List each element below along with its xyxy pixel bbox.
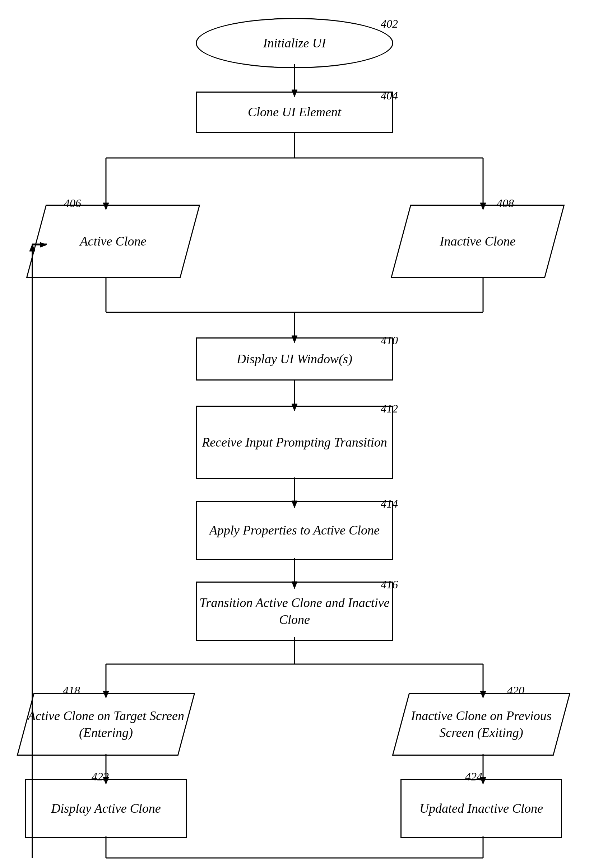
transition-clones-node: Transition Active Clone and Inactive Clo… <box>196 582 393 641</box>
apply-properties-label: Apply Properties to Active Clone <box>209 522 380 539</box>
transition-clones-label: Transition Active Clone and Inactive Clo… <box>197 595 392 628</box>
display-ui-windows-label: Display UI Window(s) <box>237 351 352 368</box>
ref-420: 420 <box>507 684 524 697</box>
updated-inactive-clone-node: Updated Inactive Clone <box>400 779 562 838</box>
receive-input-node: Receive Input Prompting Transition <box>196 406 393 479</box>
active-clone-label: Active Clone <box>80 233 147 250</box>
ref-410: 410 <box>381 334 398 347</box>
active-clone-node: Active Clone <box>36 205 190 278</box>
ref-424: 424 <box>465 770 482 783</box>
initialize-ui-label: Initialize UI <box>263 35 326 52</box>
initialize-ui-node: Initialize UI <box>196 18 393 68</box>
ref-416: 416 <box>381 578 398 591</box>
clone-ui-element-label: Clone UI Element <box>248 104 341 121</box>
ref-404: 404 <box>381 89 398 102</box>
ref-408: 408 <box>497 197 514 210</box>
ref-418: 418 <box>63 684 80 697</box>
ref-412: 412 <box>381 402 398 415</box>
ref-414: 414 <box>381 497 398 511</box>
receive-input-label: Receive Input Prompting Transition <box>202 434 387 451</box>
ref-406: 406 <box>64 197 81 210</box>
active-clone-target-label: Active Clone on Target Screen (Entering) <box>25 707 187 741</box>
display-active-clone-node: Display Active Clone <box>25 779 187 838</box>
clone-ui-element-node: Clone UI Element <box>196 92 393 133</box>
flowchart-diagram: Initialize UI 402 Clone UI Element 404 A… <box>0 0 589 868</box>
ref-402: 402 <box>381 17 398 31</box>
inactive-clone-label: Inactive Clone <box>440 233 516 250</box>
inactive-clone-previous-label: Inactive Clone on Previous Screen (Exiti… <box>400 707 562 741</box>
active-clone-target-node: Active Clone on Target Screen (Entering) <box>25 693 187 756</box>
ref-422: 422 <box>92 770 109 783</box>
display-active-clone-label: Display Active Clone <box>51 800 161 817</box>
updated-inactive-clone-label: Updated Inactive Clone <box>419 800 543 817</box>
inactive-clone-previous-node: Inactive Clone on Previous Screen (Exiti… <box>400 693 562 756</box>
apply-properties-node: Apply Properties to Active Clone <box>196 501 393 560</box>
inactive-clone-node: Inactive Clone <box>400 205 555 278</box>
display-ui-windows-node: Display UI Window(s) <box>196 337 393 381</box>
